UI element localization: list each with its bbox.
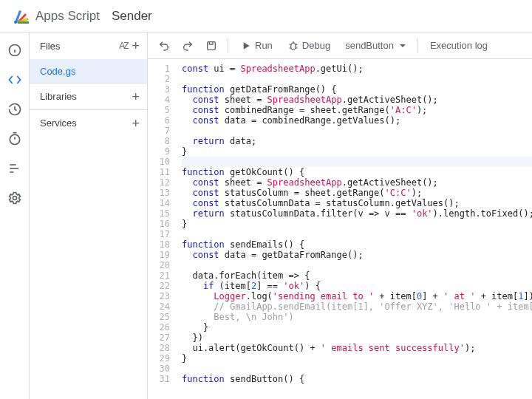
rail-history[interactable] xyxy=(3,98,27,121)
code-line[interactable]: } xyxy=(182,219,532,229)
function-select-value: sendButton xyxy=(345,40,394,51)
line-number: 13 xyxy=(148,188,170,198)
rail-settings[interactable] xyxy=(3,186,27,210)
svg-line-18 xyxy=(296,47,297,48)
code-line[interactable]: Best, \n John') xyxy=(182,312,532,322)
code-line[interactable]: function sendButton() { xyxy=(182,374,532,384)
code-line[interactable]: } xyxy=(182,322,532,332)
sort-icon[interactable]: AZ xyxy=(119,41,127,51)
add-library-icon[interactable]: + xyxy=(132,90,140,103)
editor-toolbar: Run Debug sendButton Execution log xyxy=(148,33,532,59)
undo-button[interactable] xyxy=(154,35,174,56)
execution-log-button[interactable]: Execution log xyxy=(424,35,494,56)
code-line[interactable] xyxy=(182,260,532,270)
files-header: Files AZ + xyxy=(30,33,147,59)
line-number: 16 xyxy=(148,219,170,229)
svg-point-13 xyxy=(291,43,296,50)
svg-marker-12 xyxy=(244,42,250,49)
function-select[interactable]: sendButton xyxy=(339,35,412,56)
apps-script-logo-icon xyxy=(12,7,30,25)
code-line[interactable] xyxy=(182,74,532,84)
libraries-section: Libraries + xyxy=(30,83,147,109)
file-code-gs[interactable]: Code.gs xyxy=(30,59,147,83)
line-number: 21 xyxy=(148,270,170,281)
code-line[interactable]: ui.alert(getOkCount() + ' emails sent su… xyxy=(182,343,532,353)
code-line[interactable]: } xyxy=(182,353,532,364)
toolbar-divider xyxy=(417,38,418,53)
line-number: 15 xyxy=(148,208,170,219)
code-line[interactable]: return data; xyxy=(182,136,532,146)
line-number: 18 xyxy=(148,239,170,250)
line-number: 23 xyxy=(148,291,170,301)
svg-line-15 xyxy=(290,44,291,45)
code-line[interactable]: const sheet = SpreadsheetApp.getActiveSh… xyxy=(182,95,532,105)
code-line[interactable]: if (item[2] == 'ok') { xyxy=(182,281,532,291)
code-source[interactable]: const ui = SpreadsheetApp.getUi(); funct… xyxy=(177,59,532,399)
line-number: 24 xyxy=(148,301,170,312)
redo-button[interactable] xyxy=(177,35,198,56)
editor-pane: Run Debug sendButton Execution log 12345… xyxy=(148,33,532,399)
rail-overview[interactable] xyxy=(3,38,27,62)
line-number: 7 xyxy=(148,126,170,136)
line-number: 8 xyxy=(148,136,170,146)
svg-point-0 xyxy=(14,21,17,24)
project-name[interactable]: Sender xyxy=(112,9,152,24)
code-line[interactable]: const statusColumnData = statusColumn.ge… xyxy=(182,198,532,208)
libraries-label: Libraries xyxy=(40,91,77,102)
add-service-icon[interactable]: + xyxy=(132,117,140,130)
rail-executions[interactable] xyxy=(3,157,27,180)
file-sidebar: Files AZ + Code.gs Libraries + Services … xyxy=(30,33,148,399)
add-file-icon[interactable]: + xyxy=(132,39,140,52)
debug-button[interactable]: Debug xyxy=(282,35,336,56)
execution-log-label: Execution log xyxy=(430,40,488,51)
files-label: Files xyxy=(40,41,60,52)
run-button[interactable]: Run xyxy=(234,35,279,56)
svg-line-17 xyxy=(290,47,291,48)
line-number: 6 xyxy=(148,115,170,126)
code-line[interactable]: // GmailApp.sendEmail(item[1], 'Offer XY… xyxy=(182,301,532,312)
line-number: 22 xyxy=(148,281,170,291)
line-number: 28 xyxy=(148,343,170,353)
code-editor[interactable]: 1234567891011121314151617181920212223242… xyxy=(148,59,532,399)
code-line[interactable]: Logger.log('sending email to ' + item[0]… xyxy=(182,291,532,301)
code-line[interactable]: } xyxy=(182,146,532,157)
code-line[interactable]: const data = getDataFromRange(); xyxy=(182,250,532,260)
code-line[interactable]: return statusColumnData.filter(v => v ==… xyxy=(182,208,532,219)
line-number: 17 xyxy=(148,229,170,239)
svg-rect-11 xyxy=(208,41,216,50)
code-line[interactable]: function getOkCount() { xyxy=(182,167,532,177)
code-line[interactable] xyxy=(182,126,532,136)
code-line[interactable] xyxy=(182,157,532,167)
code-line[interactable]: const ui = SpreadsheetApp.getUi(); xyxy=(182,64,532,74)
code-line[interactable]: const statusColumn = sheet.getRange('C:C… xyxy=(182,188,532,198)
app-header: Apps Script Sender xyxy=(0,0,532,33)
left-rail xyxy=(0,33,30,399)
line-number: 11 xyxy=(148,167,170,177)
code-line[interactable]: const data = combinedRange.getValues(); xyxy=(182,115,532,126)
code-line[interactable]: data.forEach(item => { xyxy=(182,270,532,281)
line-number: 19 xyxy=(148,250,170,260)
rail-editor[interactable] xyxy=(3,68,27,92)
line-gutter: 1234567891011121314151617181920212223242… xyxy=(148,59,177,399)
line-number: 27 xyxy=(148,332,170,343)
line-number: 26 xyxy=(148,322,170,332)
code-line[interactable] xyxy=(182,364,532,374)
svg-line-16 xyxy=(296,44,297,45)
services-section: Services + xyxy=(30,109,147,136)
line-number: 10 xyxy=(148,157,170,167)
code-line[interactable]: function sendEmails() { xyxy=(182,239,532,250)
product-name: Apps Script xyxy=(35,9,100,24)
code-line[interactable]: const sheet = SpreadsheetApp.getActiveSh… xyxy=(182,177,532,188)
line-number: 29 xyxy=(148,353,170,364)
svg-point-10 xyxy=(13,197,16,200)
line-number: 1 xyxy=(148,64,170,74)
line-number: 20 xyxy=(148,260,170,270)
line-number: 14 xyxy=(148,198,170,208)
rail-triggers[interactable] xyxy=(3,127,27,151)
code-line[interactable] xyxy=(182,229,532,239)
save-button[interactable] xyxy=(201,35,222,56)
code-line[interactable]: }) xyxy=(182,332,532,343)
code-line[interactable]: const combinedRange = sheet.getRange('A:… xyxy=(182,105,532,115)
code-line[interactable]: function getDataFromRange() { xyxy=(182,84,532,95)
line-number: 9 xyxy=(148,146,170,157)
